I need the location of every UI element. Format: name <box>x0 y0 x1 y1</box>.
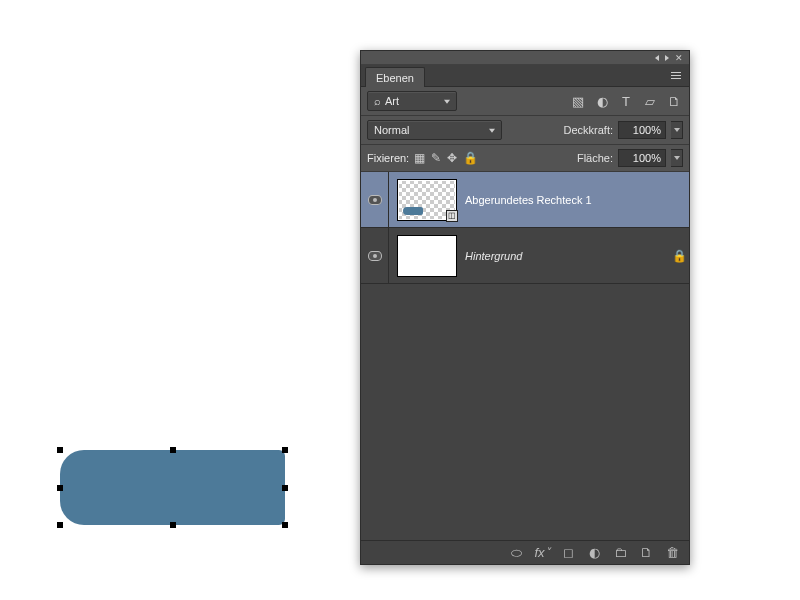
anchor-tr[interactable] <box>282 447 288 453</box>
shape-badge-icon: ◫ <box>446 210 458 222</box>
smart-filter-icon[interactable]: 🗋 <box>667 94 681 108</box>
opacity-input[interactable]: 100% <box>618 121 666 139</box>
anchor-br[interactable] <box>282 522 288 528</box>
opacity-value: 100% <box>633 124 661 136</box>
tab-layers[interactable]: Ebenen <box>365 67 425 87</box>
blend-row: Normal Deckkraft: 100% <box>361 116 689 145</box>
anchor-tl[interactable] <box>57 447 63 453</box>
layer-name[interactable]: Hintergrund <box>465 250 669 262</box>
panel-tabs: Ebenen <box>361 65 689 87</box>
fill-dropdown[interactable] <box>671 149 683 167</box>
anchor-bc[interactable] <box>170 522 176 528</box>
panel-menu-icon[interactable] <box>667 66 685 84</box>
layer-row[interactable]: Hintergrund 🔒 <box>361 228 689 284</box>
layer-group-icon[interactable]: 🗀 <box>613 546 627 560</box>
lock-position-icon[interactable]: ✥ <box>447 151 457 165</box>
lock-row: Fixieren: ▦ ✎ ✥ 🔒 Fläche: 100% <box>361 145 689 172</box>
anchor-mr[interactable] <box>282 485 288 491</box>
add-mask-icon[interactable]: ◻ <box>561 546 575 560</box>
lock-transparent-icon[interactable]: ▦ <box>414 151 425 165</box>
lock-label: Fixieren: <box>367 152 409 164</box>
link-layers-icon[interactable]: ⬭ <box>509 546 523 560</box>
collapse-right-icon[interactable] <box>665 55 669 61</box>
adjustment-filter-icon[interactable]: ◐ <box>595 94 609 108</box>
layer-name[interactable]: Abgerundetes Rechteck 1 <box>465 194 689 206</box>
image-filter-icon[interactable]: ▧ <box>571 94 585 108</box>
layer-row[interactable]: ◫ Abgerundetes Rechteck 1 <box>361 172 689 228</box>
anchor-bl[interactable] <box>57 522 63 528</box>
add-adjustment-icon[interactable]: ◐ <box>587 546 601 560</box>
layers-panel: ✕ Ebenen ⌕ Art ▧ ◐ T ▱ 🗋 Normal <box>360 50 690 565</box>
filter-row: ⌕ Art ▧ ◐ T ▱ 🗋 <box>361 87 689 116</box>
visibility-toggle[interactable] <box>361 172 389 227</box>
eye-icon <box>368 251 382 261</box>
opacity-label: Deckkraft: <box>563 124 613 136</box>
opacity-dropdown[interactable] <box>671 121 683 139</box>
panel-titlebar: ✕ <box>361 51 689 65</box>
blend-mode-select[interactable]: Normal <box>367 120 502 140</box>
fill-value: 100% <box>633 152 661 164</box>
type-filter-icon[interactable]: T <box>619 94 633 108</box>
panel-footer: ⬭ fx˅ ◻ ◐ 🗀 🗋 🗑 <box>361 540 689 564</box>
lock-icon[interactable]: 🔒 <box>669 249 689 263</box>
lock-all-icon[interactable]: 🔒 <box>463 151 478 165</box>
new-layer-icon[interactable]: 🗋 <box>639 546 653 560</box>
eye-icon <box>368 195 382 205</box>
fill-label: Fläche: <box>577 152 613 164</box>
layer-thumbnail[interactable] <box>397 235 457 277</box>
blend-mode-value: Normal <box>374 124 409 136</box>
layers-list: ◫ Abgerundetes Rechteck 1 Hintergrund 🔒 <box>361 172 689 540</box>
visibility-toggle[interactable] <box>361 228 389 283</box>
shape-filter-icon[interactable]: ▱ <box>643 94 657 108</box>
layer-fx-icon[interactable]: fx˅ <box>535 546 549 560</box>
anchor-ml[interactable] <box>57 485 63 491</box>
collapse-left-icon[interactable] <box>655 55 659 61</box>
layer-thumbnail[interactable]: ◫ <box>397 179 457 221</box>
lock-image-icon[interactable]: ✎ <box>431 151 441 165</box>
fill-input[interactable]: 100% <box>618 149 666 167</box>
delete-layer-icon[interactable]: 🗑 <box>665 546 679 560</box>
filter-label: Art <box>385 95 399 107</box>
filter-type-select[interactable]: ⌕ Art <box>367 91 457 111</box>
rounded-rectangle-shape[interactable] <box>60 450 285 525</box>
thumbnail-shape <box>403 207 423 215</box>
close-icon[interactable]: ✕ <box>675 53 683 63</box>
search-icon: ⌕ <box>374 95 381 107</box>
anchor-tc[interactable] <box>170 447 176 453</box>
